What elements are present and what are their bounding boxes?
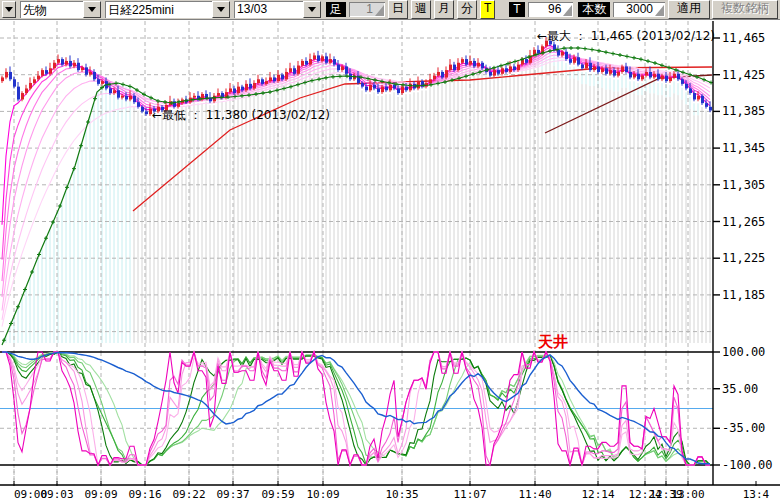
chevron-down-icon[interactable] (212, 1, 230, 18)
chevron-down-icon[interactable] (83, 1, 101, 18)
max-price-annotation: ←最大 ： 11,465 (2013/02/12) (537, 29, 715, 43)
period-month-button[interactable]: 月 (434, 0, 454, 19)
symbol-value: 日経225mini (105, 1, 212, 18)
svg-text:11,345: 11,345 (722, 141, 765, 155)
svg-text:11:07: 11:07 (453, 488, 486, 501)
honsu-stepper[interactable]: 3000 (613, 2, 665, 17)
svg-text:13:00: 13:00 (671, 488, 704, 501)
svg-text:-35.00: -35.00 (722, 421, 765, 435)
svg-text:11,465: 11,465 (722, 31, 765, 45)
svg-text:11,425: 11,425 (722, 68, 765, 82)
chart-canvas[interactable]: 11,46511,42511,38511,34511,30511,26511,2… (0, 20, 780, 501)
contract-value: 13/03 (234, 1, 303, 18)
svg-text:10:09: 10:09 (306, 488, 339, 501)
min-price-annotation: ←最低 ： 11,380 (2013/02/12) (152, 108, 330, 122)
symbol-select[interactable]: 日経225mini (105, 1, 230, 18)
svg-text:11,185: 11,185 (722, 288, 765, 302)
svg-text:09:09: 09:09 (84, 488, 117, 501)
svg-text:11,385: 11,385 (722, 104, 765, 118)
category-value: 先物 (20, 1, 83, 18)
spinner-grip-icon[interactable] (563, 5, 572, 16)
svg-text:09:03: 09:03 (40, 488, 73, 501)
svg-text:11,265: 11,265 (722, 215, 765, 229)
svg-text:11,305: 11,305 (722, 178, 765, 192)
chevron-down-icon[interactable] (303, 1, 321, 18)
category-select[interactable]: 先物 (20, 1, 101, 18)
period-minute-button[interactable]: 分 (457, 0, 477, 19)
svg-text:10:35: 10:35 (385, 488, 418, 501)
ashi-label: 足 (326, 2, 346, 17)
chevron-down-icon[interactable] (2, 1, 16, 18)
t-label: T (509, 2, 524, 17)
svg-text:09:16: 09:16 (128, 488, 161, 501)
spinner-grip-icon[interactable] (655, 5, 664, 16)
period-day-button[interactable]: 日 (388, 0, 408, 19)
contract-month-select[interactable]: 13/03 (234, 1, 321, 18)
svg-text:35.00: 35.00 (722, 382, 758, 396)
toolbar: 先物 日経225mini 13/03 足 1 日 週 月 分 T T 96 本数… (0, 0, 780, 20)
interval-stepper[interactable]: 1 (349, 2, 385, 17)
ceiling-annotation: 天井 (537, 333, 568, 351)
multi-symbol-button[interactable]: 複数銘柄 (712, 0, 778, 19)
t-count-stepper[interactable]: 96 (528, 2, 574, 17)
trading-chart-window: { "toolbar": { "mini_combo_tooltip": "sc… (0, 0, 780, 501)
svg-text:13:4: 13:4 (743, 488, 770, 501)
period-week-button[interactable]: 週 (411, 0, 431, 19)
apply-button[interactable]: 適用 (668, 0, 710, 19)
tick-button[interactable]: T (480, 0, 495, 19)
svg-text:09:59: 09:59 (261, 488, 294, 501)
svg-text:12:14: 12:14 (581, 488, 614, 501)
svg-text:11,225: 11,225 (722, 251, 765, 265)
honsu-label: 本数 (578, 2, 610, 17)
svg-text:09:37: 09:37 (216, 488, 249, 501)
svg-text:11:40: 11:40 (518, 488, 551, 501)
mini-combo[interactable] (2, 1, 16, 18)
svg-text:100.00: 100.00 (722, 345, 765, 359)
oscillator-frame (0, 352, 713, 485)
svg-text:09:22: 09:22 (172, 488, 205, 501)
svg-text:-100.00: -100.00 (722, 458, 773, 472)
spinner-grip-icon[interactable] (375, 5, 384, 16)
